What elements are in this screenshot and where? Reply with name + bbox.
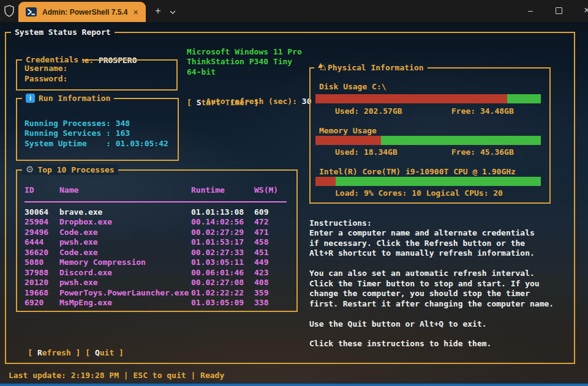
- table-body: 30064brave.exe01.01:13:08609 25904Dropbo…: [17, 207, 296, 308]
- cpu-load-bar: [315, 177, 541, 186]
- table-row: 6444pwsh.exe01.01:53:17458: [17, 237, 296, 247]
- disk-used-value: Used: 202.57GB: [335, 106, 402, 116]
- run-information-box: i Run Information Running Processes: 348…: [16, 98, 179, 161]
- new-tab-button[interactable]: +: [150, 3, 166, 19]
- table-row: 37988Discord.exe00.06:01:46423: [17, 268, 296, 278]
- refresh-open-bracket: [: [28, 348, 37, 357]
- table-row: 19668PowerToys.PowerLauncher.exe01.02:22…: [17, 288, 296, 298]
- table-row: 36620Code.exe00.02:27:33451: [17, 248, 296, 258]
- refresh-label: efresh: [42, 348, 71, 357]
- table-row: 30064brave.exe01.01:13:08609: [17, 207, 296, 217]
- top-processes-title-text: Top 10 Processes: [37, 165, 114, 175]
- tab-title: Admin: PowerShell 7.5.4: [42, 8, 133, 17]
- cpu-label: Intel(R) Core(TM) i9-10900T CPU @ 1.90GH…: [319, 167, 516, 177]
- credentials-box: Credentials Username: Password:: [16, 59, 178, 91]
- window-accent-border: [0, 383, 588, 386]
- quit-label: uit: [100, 348, 114, 357]
- terminal-canvas: System Status Report Computername: PROSP…: [0, 22, 588, 386]
- run-information-title: i Run Information: [22, 93, 114, 103]
- start-timer-label: tart Timer: [201, 98, 249, 107]
- physical-information-title: Physical Information: [314, 62, 428, 73]
- admin-shield-icon: [4, 5, 15, 20]
- start-timer-button[interactable]: [ Start Timer ]: [187, 98, 258, 107]
- password-field[interactable]: Password:: [24, 74, 67, 84]
- start-timer-open-bracket: [: [187, 98, 197, 107]
- memory-free-value: Free: 45.36GB: [451, 147, 514, 157]
- physical-information-box: Physical Information Disk Usage C:\ Used…: [309, 67, 551, 204]
- status-bar: Last update: 2:19:28 PM | ESC to quit | …: [9, 371, 224, 380]
- info-icon: i: [26, 94, 35, 103]
- gear-icon: ⚙: [26, 165, 34, 174]
- table-header: ID Name Runtime WS(M): [17, 185, 296, 195]
- quit-open-bracket: [: [85, 348, 95, 357]
- col-runtime: Runtime: [191, 185, 225, 195]
- minimize-button[interactable]: –: [517, 0, 544, 21]
- col-name: Name: [59, 185, 78, 195]
- table-row: 6920MsMpEng.exe01.03:05:09338: [17, 298, 296, 308]
- disk-used-segment: [315, 94, 507, 103]
- maximize-icon: [556, 7, 562, 14]
- top-processes-title: ⚙ Top 10 Processes: [22, 165, 118, 175]
- status-ready: Ready: [200, 371, 224, 380]
- tab-dropdown-chevron-icon[interactable]: [169, 7, 176, 18]
- instructions-text[interactable]: Instructions: Enter a computer name and …: [309, 218, 554, 349]
- top-processes-box: ⚙ Top 10 Processes ID Name Runtime WS(M)…: [16, 169, 298, 312]
- memory-used-value: Used: 18.34GB: [335, 147, 398, 157]
- status-separator: |: [124, 371, 129, 380]
- run-information-title-text: Run Information: [39, 93, 110, 103]
- status-esc-hint: ESC to quit: [134, 371, 186, 380]
- window-titlebar: Admin: PowerShell 7.5.4 × + – ×: [0, 0, 588, 22]
- refresh-close-bracket: ]: [71, 348, 81, 357]
- cpu-used-segment: [315, 177, 336, 186]
- table-row: 5080Memory Compression01.03:05:11449: [17, 258, 296, 267]
- page-title: System Status Report: [11, 27, 115, 37]
- username-field[interactable]: Username:: [24, 64, 67, 73]
- terminal-tab[interactable]: Admin: PowerShell 7.5.4 ×: [18, 2, 146, 22]
- quit-button[interactable]: [ Quit ]: [85, 348, 124, 357]
- table-header-rule: [24, 201, 287, 202]
- cpu-stats: Load: 9% Cores: 10 Logical CPUs: 20: [335, 188, 503, 198]
- mountain-icon: [318, 62, 326, 73]
- table-row: 29496Code.exe00.02:27:29471: [17, 228, 296, 237]
- maximize-button[interactable]: [545, 0, 572, 21]
- refresh-button[interactable]: [ Refresh ]: [28, 348, 80, 357]
- powershell-icon: [26, 7, 37, 17]
- col-ws: WS(M): [254, 185, 278, 195]
- disk-free-value: Free: 34.48GB: [451, 106, 514, 116]
- disk-usage-bar: [315, 94, 541, 103]
- col-id: ID: [24, 185, 34, 195]
- memory-usage-bar: [315, 136, 541, 145]
- tab-close-icon[interactable]: ×: [133, 7, 138, 17]
- close-button[interactable]: ×: [573, 0, 588, 21]
- status-last-update: Last update: 2:19:28 PM: [9, 371, 119, 380]
- run-information-lines: Running Processes: 348 Running Services …: [24, 119, 168, 149]
- table-row: 25904Dropbox.exe00.14:02:56472: [17, 217, 296, 227]
- refresh-hotkey: R: [37, 348, 42, 357]
- quit-close-bracket: ]: [114, 348, 124, 357]
- memory-usage-label: Memory Usage: [319, 126, 377, 136]
- quit-hotkey: Q: [95, 348, 100, 357]
- memory-used-segment: [315, 136, 381, 145]
- os-info: Microsoft Windows 11 Pro ThinkStation P3…: [187, 47, 302, 77]
- disk-usage-label: Disk Usage C:\: [319, 82, 386, 92]
- physical-information-title-text: Physical Information: [328, 62, 424, 73]
- start-timer-close-bracket: ]: [249, 98, 259, 107]
- table-row: 20120pwsh.exe00.02:27:08408: [17, 278, 296, 288]
